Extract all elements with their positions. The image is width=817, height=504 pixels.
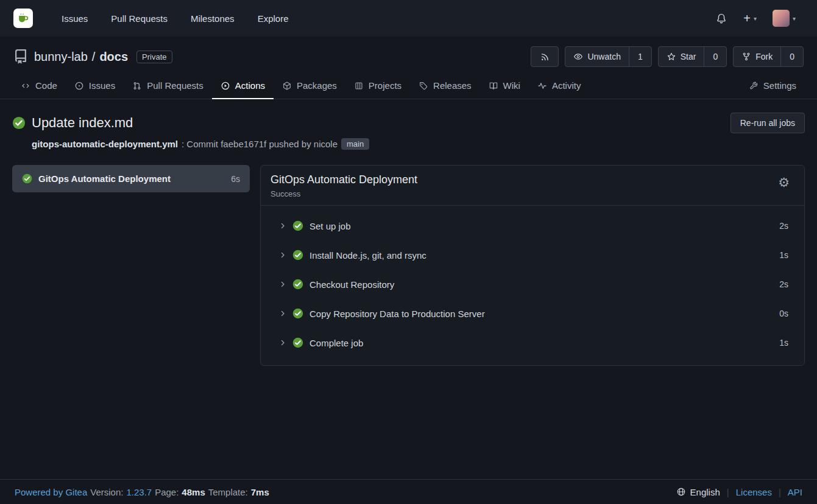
success-check-icon [292, 308, 303, 319]
job-detail-title: GitOps Automatic Deployment [271, 173, 417, 186]
chevron-right-icon[interactable] [279, 281, 286, 288]
fork-button[interactable]: Fork [734, 47, 780, 66]
repo-owner-link[interactable]: bunny-lab [34, 50, 88, 64]
run-header: Update index.md Re-run all jobs [12, 113, 805, 133]
footer-divider: | [727, 487, 729, 497]
watch-count-value: 1 [638, 52, 643, 61]
success-check-icon [292, 337, 303, 348]
tab-activity[interactable]: Activity [529, 74, 590, 99]
rss-button[interactable] [531, 46, 559, 67]
chevron-right-icon[interactable] [279, 339, 286, 346]
pull-request-icon [132, 81, 142, 91]
user-menu[interactable]: ▾ [765, 10, 804, 27]
repo-name-link[interactable]: docs [99, 50, 128, 64]
footer-right: English | Licenses | API [676, 487, 802, 497]
fork-icon [741, 52, 751, 61]
run-subtitle: gitops-automatic-deployment.yml: Commit … [32, 138, 805, 150]
chevron-down-icon: ▾ [754, 15, 757, 22]
tab-label: Code [35, 80, 57, 91]
fork-count[interactable]: 0 [780, 47, 803, 66]
step-row[interactable]: Install Node.js, git, and rsync 1s [261, 240, 804, 270]
repo-header: bunny-lab / docs Private Unwatch [0, 37, 817, 99]
notifications-button[interactable] [707, 12, 735, 24]
step-row[interactable]: Set up job 2s [261, 211, 804, 240]
step-duration: 2s [779, 221, 788, 231]
unwatch-label: Unwatch [587, 52, 620, 61]
unwatch-button[interactable]: Unwatch [565, 47, 628, 66]
project-board-icon [354, 81, 364, 91]
nav-pull-requests[interactable]: Pull Requests [99, 13, 179, 24]
step-row[interactable]: Complete job 1s [261, 328, 804, 357]
nav-issues[interactable]: Issues [50, 13, 99, 24]
tab-packages[interactable]: Packages [274, 74, 345, 99]
workflow-file-link[interactable]: gitops-automatic-deployment.yml [32, 139, 178, 149]
step-row[interactable]: Copy Repository Data to Production Serve… [261, 299, 804, 328]
tab-label: Activity [552, 80, 581, 91]
step-row[interactable]: Checkout Repository 2s [261, 270, 804, 299]
step-duration: 1s [779, 338, 788, 348]
tab-label: Issues [89, 80, 115, 91]
chevron-right-icon[interactable] [279, 251, 286, 259]
tab-issues[interactable]: Issues [66, 74, 124, 99]
top-navbar: Issues Pull Requests Milestones Explore … [0, 0, 817, 37]
repo-title: bunny-lab / docs [34, 50, 128, 64]
tab-settings[interactable]: Settings [740, 74, 805, 99]
fork-label: Fork [755, 52, 773, 61]
nav-links: Issues Pull Requests Milestones Explore [50, 13, 300, 24]
gitea-logo[interactable] [13, 9, 33, 28]
tab-pull-requests[interactable]: Pull Requests [124, 74, 212, 99]
step-list: Set up job 2s Install Node.js, git, and … [261, 206, 804, 365]
repo-separator: / [92, 50, 96, 64]
powered-by-gitea-link[interactable]: Powered by Gitea [15, 487, 87, 497]
tab-actions[interactable]: Actions [212, 74, 274, 99]
chevron-right-icon[interactable] [279, 310, 286, 317]
repo-title-row: bunny-lab / docs Private Unwatch [13, 46, 804, 67]
job-detail-titles: GitOps Automatic Deployment Success [271, 173, 417, 198]
job-detail-card: GitOps Automatic Deployment Success ⚙ Se… [260, 165, 805, 366]
tab-label: Packages [297, 80, 337, 91]
star-count[interactable]: 0 [704, 47, 726, 66]
tab-label: Wiki [503, 80, 520, 91]
language-label: English [690, 487, 720, 497]
tag-icon [419, 81, 428, 91]
tab-code[interactable]: Code [12, 74, 66, 99]
footer-divider: | [779, 487, 781, 497]
repo-icon [13, 49, 28, 64]
star-button[interactable]: Star [659, 47, 704, 66]
rerun-all-jobs-button[interactable]: Re-run all jobs [730, 113, 805, 133]
gear-icon[interactable]: ⚙ [778, 176, 790, 189]
tab-releases[interactable]: Releases [410, 74, 480, 99]
tab-projects[interactable]: Projects [345, 74, 410, 99]
version-link[interactable]: 1.23.7 [126, 487, 152, 497]
create-new-button[interactable]: + ▾ [735, 12, 765, 24]
fork-count-value: 0 [790, 52, 794, 61]
branch-badge[interactable]: main [341, 138, 369, 150]
licenses-link[interactable]: Licenses [736, 487, 772, 497]
play-circle-icon [221, 81, 230, 91]
issue-icon [74, 81, 84, 91]
wrench-icon [749, 81, 759, 91]
teacup-icon [16, 12, 30, 25]
nav-explore[interactable]: Explore [246, 13, 300, 24]
watch-button-group: Unwatch 1 [565, 46, 651, 67]
nav-milestones[interactable]: Milestones [179, 13, 246, 24]
success-check-icon [292, 279, 303, 290]
job-duration: 6s [231, 174, 240, 184]
code-icon [21, 81, 30, 91]
step-name: Checkout Repository [309, 279, 394, 290]
repo-actions: Unwatch 1 Star 0 [531, 46, 804, 67]
watch-count[interactable]: 1 [629, 47, 651, 66]
chevron-down-icon: ▾ [793, 15, 796, 22]
job-list: GitOps Automatic Deployment 6s [12, 165, 250, 192]
step-name: Copy Repository Data to Production Serve… [309, 309, 485, 319]
success-check-icon [292, 250, 303, 261]
language-selector[interactable]: English [676, 487, 720, 497]
api-link[interactable]: API [788, 487, 802, 497]
chevron-right-icon[interactable] [279, 222, 286, 229]
job-list-item[interactable]: GitOps Automatic Deployment 6s [12, 165, 250, 192]
tab-wiki[interactable]: Wiki [480, 74, 529, 99]
job-status-text: Success [271, 189, 417, 198]
template-time-value: 7ms [251, 487, 269, 497]
step-duration: 2s [779, 279, 788, 289]
job-detail-header: GitOps Automatic Deployment Success ⚙ [261, 166, 804, 206]
